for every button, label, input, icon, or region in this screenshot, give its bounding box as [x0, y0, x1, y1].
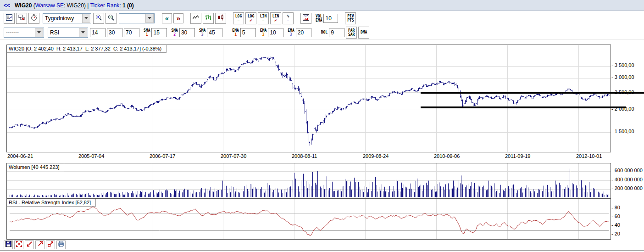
overlay-select-value: ------- — [6, 29, 19, 36]
ema1-input[interactable] — [240, 28, 256, 37]
y-axis-label: 3 500,00 — [611, 62, 634, 68]
bollinger-input[interactable] — [329, 28, 344, 37]
sma1-num: 1 — [144, 33, 150, 37]
ema2-input[interactable] — [268, 28, 283, 37]
log-eq-label: LOG — [235, 14, 242, 18]
exchange-suffix: : WIG20) | — [64, 2, 90, 9]
scroll-forward-button[interactable]: » — [173, 13, 183, 23]
candle-style-button[interactable] — [215, 13, 226, 24]
volume-panel: Wolumen [40 445 223] — [6, 163, 611, 198]
sma2-input[interactable] — [179, 28, 195, 37]
rsi-axis-label: 80 — [611, 205, 620, 210]
x-axis-label: 2007-07-30 — [221, 153, 246, 159]
bol-text: BOL — [321, 30, 328, 34]
toolbar-indicators: ------- RSI SMA 1 SMA 2 SMA 3 EMA 1 — [0, 26, 644, 39]
indicator-select[interactable]: RSI — [48, 28, 88, 38]
restore-button[interactable] — [46, 241, 55, 249]
sma1-input[interactable] — [151, 28, 167, 37]
period-select[interactable]: Tygodniowy — [43, 13, 91, 23]
candlestick-icon — [217, 14, 224, 23]
zoom-out-icon — [107, 14, 115, 23]
lin-eq-button[interactable]: LIN = — [258, 12, 269, 24]
report-chart-icon — [6, 14, 13, 23]
collapse-link[interactable]: << — [4, 2, 10, 9]
vol-ema-line2: EMA — [316, 18, 322, 22]
eq-glyph: = — [260, 18, 267, 22]
log-eq-button[interactable]: LOG = — [233, 12, 244, 24]
pivot-points-button[interactable]: PIV PTS — [345, 12, 356, 24]
rsi-period-input[interactable] — [90, 28, 105, 37]
ohlc-bars-icon — [205, 14, 212, 23]
rsi-oversold-input[interactable] — [107, 28, 122, 37]
ema3-input[interactable] — [296, 28, 311, 37]
save-button[interactable] — [4, 241, 13, 249]
expand-button[interactable] — [35, 241, 44, 249]
lin-eq-label: LIN — [260, 14, 267, 18]
par-line1: PAR — [348, 28, 355, 33]
ema2-num: 2 — [260, 33, 266, 37]
arrow-southwest-icon — [26, 241, 33, 249]
print-icon — [58, 241, 65, 249]
volume-toggle-button[interactable] — [300, 13, 311, 24]
rsi-panel: RSI - Relative Strength Index [52,82] — [6, 198, 611, 240]
parabolic-sar-button[interactable]: PAR SAR — [346, 27, 357, 39]
log-neq-button[interactable]: LOG ≠ — [245, 12, 256, 24]
main-canvas[interactable] — [7, 45, 611, 152]
bollinger-label: BOL — [321, 30, 328, 34]
compare-select[interactable] — [119, 13, 155, 23]
x-axis-label: 2011-09-19 — [505, 153, 530, 159]
sma-text: SMA — [144, 28, 150, 33]
zoom-in-button[interactable] — [93, 13, 104, 24]
volume-canvas[interactable] — [7, 163, 611, 198]
fullscreen-button[interactable] — [14, 241, 23, 249]
rank-sep: : — [119, 2, 122, 9]
eq-glyph: = — [284, 18, 292, 22]
main-chart-panel: WIG20 [O: 2 402,40 H: 2 413,17 L: 2 377,… — [6, 45, 611, 152]
ema-text: EMA — [260, 28, 266, 33]
sma3-label: SMA 3 — [199, 28, 205, 37]
print-button[interactable] — [56, 241, 66, 249]
dma-button[interactable]: DMA — [358, 27, 369, 39]
main-chart-title: WIG20 [O: 2 402,40 H: 2 413,17 L: 2 377,… — [7, 45, 167, 53]
ema1-label: EMA 1 — [232, 28, 239, 37]
timer-button[interactable] — [28, 13, 39, 24]
dma-label: DMA — [360, 28, 367, 37]
bottom-divider — [0, 250, 644, 251]
lin-neq-button[interactable]: LIN ≠ — [270, 12, 281, 24]
y-axis-label: 3 000,00 — [611, 74, 634, 80]
line-style-button[interactable] — [190, 13, 201, 24]
volume-title: Wolumen [40 445 223] — [7, 163, 64, 171]
ema1-num: 1 — [232, 33, 239, 37]
lin-neq-label: LIN — [272, 14, 279, 18]
vol-ema-input[interactable] — [323, 14, 338, 23]
fullscreen-icon — [16, 241, 22, 249]
sma3-input[interactable] — [207, 28, 222, 37]
overlay-select[interactable]: ------- — [4, 28, 44, 38]
ticker-rank-link[interactable]: Ticker Rank — [90, 2, 120, 9]
x-axis-label: 2005-07-04 — [78, 153, 104, 159]
rsi-axis-label: 60 — [611, 213, 620, 219]
percent-button[interactable]: % = — [283, 12, 294, 24]
zoom-out-button[interactable] — [105, 13, 117, 24]
zoom-in-icon — [95, 14, 102, 23]
rsi-axis-label: 20 — [611, 231, 620, 236]
rsi-overbought-input[interactable] — [124, 28, 139, 37]
sma-text: SMA — [199, 28, 205, 33]
support-line[interactable] — [421, 106, 626, 108]
save-icon — [5, 241, 12, 249]
windows-button[interactable] — [16, 13, 27, 24]
ohlc-style-button[interactable] — [203, 13, 214, 24]
volume-axis-label: 400 000 000 — [611, 177, 643, 182]
rsi-canvas[interactable] — [7, 199, 611, 239]
resistance-line[interactable] — [421, 92, 644, 94]
ema2-label: EMA 2 — [260, 28, 266, 37]
vol-ema-line1: VOL — [316, 14, 322, 18]
scroll-back-button[interactable]: « — [162, 13, 172, 23]
exchange-link[interactable]: Warsaw SE — [35, 2, 64, 9]
report-button[interactable] — [4, 13, 15, 24]
toolbar-main: Tygodniowy « » LOG = LO — [0, 11, 644, 25]
sma3-num: 3 — [199, 33, 205, 37]
y-axis-label: 1 500,00 — [611, 129, 634, 134]
shrink-button[interactable] — [25, 241, 34, 249]
sma-text: SMA — [171, 28, 178, 33]
